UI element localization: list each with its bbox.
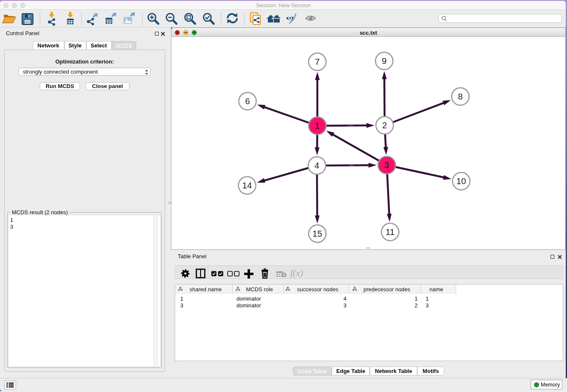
svg-text:11: 11: [385, 227, 394, 237]
svg-text:3: 3: [384, 160, 389, 170]
svg-text:9: 9: [382, 56, 386, 66]
svg-text:1: 1: [315, 121, 319, 130]
svg-text:14: 14: [242, 180, 252, 190]
svg-text:15: 15: [313, 229, 322, 238]
svg-text:4: 4: [314, 160, 319, 170]
svg-text:6: 6: [245, 96, 250, 106]
svg-text:7: 7: [315, 57, 319, 66]
svg-text:10: 10: [457, 176, 466, 186]
svg-text:2: 2: [382, 120, 387, 130]
svg-text:8: 8: [458, 91, 462, 101]
